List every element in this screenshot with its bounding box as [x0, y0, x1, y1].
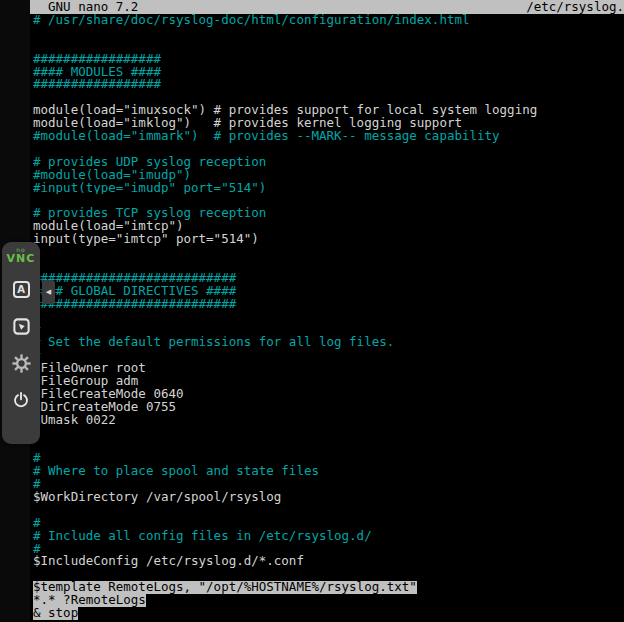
- terminal-line: #: [33, 452, 624, 465]
- terminal-line: $template RemoteLogs, "/opt/%HOSTNAME%/r…: [33, 581, 624, 594]
- novnc-logo: no VNC: [7, 247, 36, 264]
- fullscreen-button[interactable]: [9, 314, 33, 338]
- terminal-line: # /usr/share/doc/rsyslog-doc/html/config…: [33, 14, 624, 27]
- nano-version: GNU nano 7.2: [33, 0, 138, 14]
- collapse-arrow-icon: ◀: [46, 288, 51, 296]
- power-icon: [12, 391, 30, 409]
- selected-text: & stop: [33, 607, 78, 620]
- keyboard-icon: A: [13, 281, 30, 298]
- terminal-line: module(load="imuxsock") # provides suppo…: [33, 104, 624, 117]
- terminal-line: [33, 427, 624, 440]
- terminal-line: ###########################: [33, 272, 624, 285]
- terminal-body: # /usr/share/doc/rsyslog-doc/html/config…: [30, 14, 624, 620]
- power-button[interactable]: [9, 388, 33, 412]
- terminal-line: #### MODULES ####: [33, 66, 624, 79]
- terminal-line: module(load="imtcp"): [33, 220, 624, 233]
- terminal-line: [33, 504, 624, 517]
- terminal-line: #module(load="immark") # provides --MARK…: [33, 130, 624, 143]
- gear-icon: [12, 354, 31, 373]
- control-bar-collapse-handle[interactable]: ◀: [42, 280, 55, 304]
- terminal-line: & stop: [33, 607, 624, 620]
- novnc-control-bar[interactable]: no VNC A: [2, 242, 40, 444]
- terminal-line: [33, 310, 624, 323]
- selected-text: *.* ?RemoteLogs: [33, 594, 146, 607]
- terminal-line: [33, 27, 624, 40]
- terminal-line: input(type="imtcp" port="514"): [33, 233, 624, 246]
- terminal-line: [33, 439, 624, 452]
- terminal-line: # Where to place spool and state files: [33, 465, 624, 478]
- terminal-line: [33, 91, 624, 104]
- vnc-screen: GNU nano 7.2 /etc/rsyslog. # /usr/share/…: [0, 0, 624, 622]
- terminal-line: $IncludeConfig /etc/rsyslog.d/*.conf: [33, 555, 624, 568]
- terminal-line: #: [33, 517, 624, 530]
- terminal-line: [33, 194, 624, 207]
- terminal-line: #### GLOBAL DIRECTIVES ####: [33, 285, 624, 298]
- terminal-line: #################: [33, 78, 624, 91]
- terminal-line: #: [33, 478, 624, 491]
- terminal-line: # Set the default permissions for all lo…: [33, 336, 624, 349]
- terminal-line: $Umask 0022: [33, 414, 624, 427]
- terminal-line: [33, 259, 624, 272]
- terminal-line: *.* ?RemoteLogs: [33, 594, 624, 607]
- keyboard-button[interactable]: A: [9, 277, 33, 301]
- terminal-line: $DirCreateMode 0755: [33, 401, 624, 414]
- terminal-line: $FileOwner root: [33, 362, 624, 375]
- terminal-line: #module(load="imudp"): [33, 169, 624, 182]
- terminal-line: module(load="imklog") # provides kernel …: [33, 117, 624, 130]
- terminal-line: #: [33, 543, 624, 556]
- terminal-line: [33, 568, 624, 581]
- novnc-logo-vnc: VNC: [7, 253, 36, 264]
- terminal-line: $FileGroup adm: [33, 375, 624, 388]
- terminal-window[interactable]: GNU nano 7.2 /etc/rsyslog. # /usr/share/…: [30, 0, 624, 622]
- selected-text: $template RemoteLogs, "/opt/%HOSTNAME%/r…: [33, 581, 417, 594]
- terminal-line: $FileCreateMode 0640: [33, 388, 624, 401]
- terminal-line: [33, 143, 624, 156]
- terminal-line: [33, 246, 624, 259]
- terminal-line: # Include all config files in /etc/rsysl…: [33, 530, 624, 543]
- fullscreen-icon: [12, 317, 31, 336]
- terminal-line: #################: [33, 53, 624, 66]
- terminal-line: # provides TCP syslog reception: [33, 207, 624, 220]
- nano-filename: /etc/rsyslog.: [526, 0, 624, 14]
- terminal-line: $WorkDirectory /var/spool/rsyslog: [33, 491, 624, 504]
- terminal-line: # provides UDP syslog reception: [33, 156, 624, 169]
- settings-button[interactable]: [9, 351, 33, 375]
- terminal-line: [33, 40, 624, 53]
- nano-titlebar: GNU nano 7.2 /etc/rsyslog.: [30, 0, 624, 14]
- terminal-line: ###########################: [33, 298, 624, 311]
- terminal-line: #: [33, 323, 624, 336]
- terminal-line: #input(type="imudp" port="514"): [33, 182, 624, 195]
- terminal-line: #: [33, 349, 624, 362]
